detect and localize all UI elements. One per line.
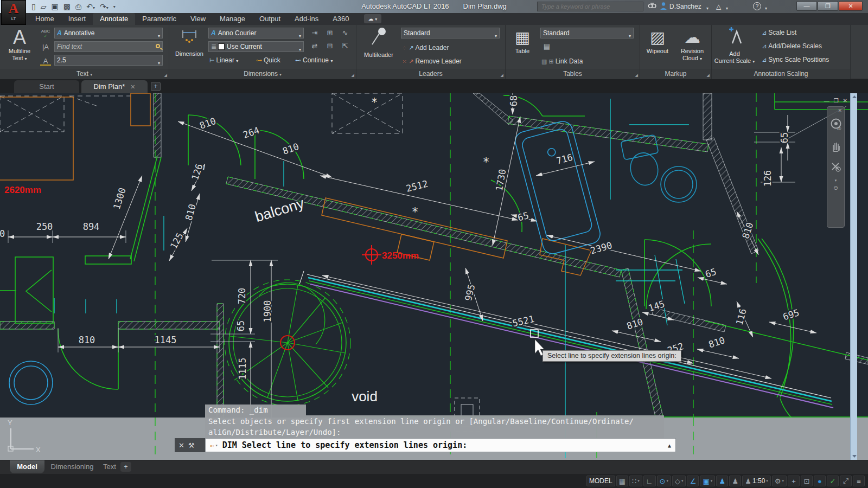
layout-tab-text[interactable]: Text (99, 460, 120, 473)
text-align-icon[interactable]: |A (40, 42, 51, 53)
snap-mode-toggle[interactable]: ∷▾ (629, 476, 642, 486)
dimension-tool-icon[interactable]: ⇥ (307, 27, 322, 40)
navigation-bar[interactable]: ✕ 2D ▾ ⊖ (827, 106, 845, 228)
tab-insert[interactable]: Insert (61, 13, 93, 25)
panel-label-dimensions[interactable]: Dimensions ▾ (169, 69, 356, 79)
cloud-connect-button[interactable]: ☁ ▾ (364, 14, 382, 23)
drawing-restore-icon[interactable]: ❐ (834, 98, 839, 106)
signed-in-user[interactable]: D.Sanchez (669, 2, 701, 11)
workspace-switching-button[interactable]: ⚙▾ (772, 476, 787, 486)
find-text-input[interactable]: Find text (54, 41, 163, 52)
grid-display-toggle[interactable]: ▦ (616, 476, 628, 486)
annotation-monitor-toggle[interactable]: + (788, 476, 800, 486)
trusted-autoloader-button[interactable]: ✓ (827, 476, 839, 486)
leaders-dialog-launcher-icon[interactable]: ◢ (501, 73, 503, 78)
add-delete-scales-button[interactable]: ⊿Add/Delete Scales (762, 41, 822, 52)
dimension-tool-icon[interactable]: ⇱ (337, 40, 353, 53)
polar-tracking-toggle[interactable]: ⊙▾ (657, 476, 671, 486)
file-tab-close-icon[interactable]: ✕ (130, 84, 135, 90)
add-leader-button[interactable]: ⁘↗Add Leader (402, 42, 449, 53)
add-current-scale-button[interactable]: Add Current Scale ▾ (714, 27, 755, 65)
isometric-drafting-toggle-caret-icon[interactable]: ▾ (681, 479, 684, 483)
dimension-tool-icon[interactable]: ⊞ (322, 27, 337, 40)
object-snap-toggle[interactable]: ▣▾ (700, 476, 715, 486)
tab-addins[interactable]: Add-ins (288, 13, 326, 25)
find-text-magnifier-icon[interactable] (156, 44, 160, 48)
annotation-visibility-toggle[interactable]: ♟ (716, 476, 728, 486)
new-layout-button[interactable]: + (120, 462, 131, 472)
check-spelling-icon[interactable]: ABC✓ (40, 28, 51, 38)
application-menu-button[interactable]: A LT (1, 0, 26, 25)
model-space-toggle[interactable]: MODEL (586, 476, 615, 486)
clean-screen-toggle[interactable]: ● (814, 476, 826, 486)
markup-dialog-launcher-icon[interactable]: ◢ (707, 73, 710, 78)
autoscale-toggle[interactable]: ♟ (729, 476, 741, 486)
ortho-mode-toggle[interactable]: ∟ (643, 476, 656, 486)
text-height-dropdown[interactable]: 2.5▾ (54, 55, 163, 66)
zoom-extents-icon[interactable] (831, 162, 841, 175)
table-button[interactable]: ▦ Table (508, 27, 537, 55)
pan-hand-icon[interactable] (831, 140, 841, 154)
polar-tracking-toggle-caret-icon[interactable]: ▾ (666, 479, 668, 483)
tab-a360[interactable]: A360 (326, 13, 356, 25)
drawing-close-icon[interactable]: ✕ (843, 98, 847, 106)
table-style-dropdown[interactable]: Standard▾ (540, 28, 634, 38)
text-style-icon[interactable]: A (40, 56, 51, 66)
link-data-button[interactable]: ▥⊞Link Data (541, 56, 583, 67)
isolate-objects-button[interactable]: ⊡ (801, 476, 813, 486)
remove-leader-button[interactable]: ⁙↗Remove Leader (402, 56, 462, 67)
tab-view[interactable]: View (183, 13, 213, 25)
navbar-close-icon[interactable]: ✕ (838, 108, 842, 113)
command-recent-caret-icon[interactable]: ▾ (215, 443, 218, 448)
wipeout-button[interactable]: ▨ Wipeout (641, 27, 674, 55)
object-snap-tracking-toggle[interactable]: ∠ (687, 476, 699, 486)
extract-data-icon[interactable]: ▤ (541, 41, 552, 52)
help-icon[interactable]: ? (753, 2, 761, 10)
quick-dimension-button[interactable]: ⊶Quick (256, 55, 280, 66)
search-binoculars-icon[interactable] (648, 2, 656, 11)
command-window-grip[interactable]: ✕ ⚒ (175, 438, 205, 452)
new-drawing-tab-button[interactable]: + (151, 82, 161, 91)
tables-dialog-launcher-icon[interactable]: ◢ (635, 73, 638, 78)
drawing-minimize-icon[interactable]: — (824, 98, 829, 106)
dimension-tool-icon[interactable]: ⊟ (322, 40, 337, 53)
panel-label-tables[interactable]: Tables (506, 69, 640, 79)
panel-label-markup[interactable]: Markup (640, 69, 711, 79)
tab-output[interactable]: Output (252, 13, 288, 25)
tab-home[interactable]: Home (28, 13, 61, 25)
a360-caret-icon[interactable]: ▾ (726, 4, 728, 14)
minimize-button[interactable]: — (796, 1, 817, 11)
dim-style-dropdown[interactable]: AAnno Courier▾ (208, 28, 304, 38)
navbar-caret-icon[interactable]: ▾ (835, 178, 837, 183)
isometric-drafting-toggle[interactable]: ◇▾ (672, 476, 686, 486)
panel-label-text[interactable]: Text ▾ (0, 69, 169, 79)
vertical-scrollbar[interactable] (850, 93, 857, 460)
file-tab-start[interactable]: Start (14, 80, 79, 93)
sync-scale-positions-button[interactable]: ⊿Sync Scale Positions (762, 54, 829, 65)
object-snap-toggle-caret-icon[interactable]: ▾ (711, 479, 713, 483)
snap-mode-toggle-caret-icon[interactable]: ▾ (637, 479, 640, 483)
text-dialog-launcher-icon[interactable]: ◢ (164, 73, 167, 78)
annotation-scale-button-caret-icon[interactable]: ▾ (766, 479, 768, 483)
text-style-dropdown[interactable]: AAnnotative▾ (54, 28, 163, 38)
close-button[interactable]: ✕ (839, 1, 863, 11)
linear-dimension-button[interactable]: ⊢Linear ▾ (209, 55, 238, 67)
multileader-button[interactable]: Multileader (360, 27, 398, 59)
command-close-icon[interactable]: ✕ (178, 441, 184, 450)
file-tab-dim-plan[interactable]: Dim Plan*✕ (81, 80, 148, 93)
dim-layer-dropdown[interactable]: ≣Use Current▾ (208, 41, 304, 52)
command-tools-icon[interactable]: ⚒ (188, 441, 195, 450)
dimension-button[interactable]: Dimension (173, 27, 206, 57)
continue-dimension-button[interactable]: ⊷Continue ▾ (295, 55, 333, 67)
workspace-switching-button-caret-icon[interactable]: ▾ (782, 479, 784, 483)
tab-manage[interactable]: Manage (213, 13, 252, 25)
tab-annotate[interactable]: Annotate (93, 13, 135, 25)
multileader-style-dropdown[interactable]: Standard▾ (401, 28, 500, 38)
dimension-tool-icon[interactable]: ⇄ (307, 40, 322, 53)
layout-tab-dimensioning[interactable]: Dimensioning (47, 460, 98, 473)
help-search-input[interactable] (537, 2, 643, 11)
drawing-canvas[interactable]: 8102648101261300810025089412525121730716… (0, 93, 868, 460)
panel-label-leaders[interactable]: Leaders (356, 69, 505, 79)
dimensions-dialog-launcher-icon[interactable]: ◢ (352, 73, 354, 78)
customization-button[interactable]: ≡ (853, 476, 865, 486)
